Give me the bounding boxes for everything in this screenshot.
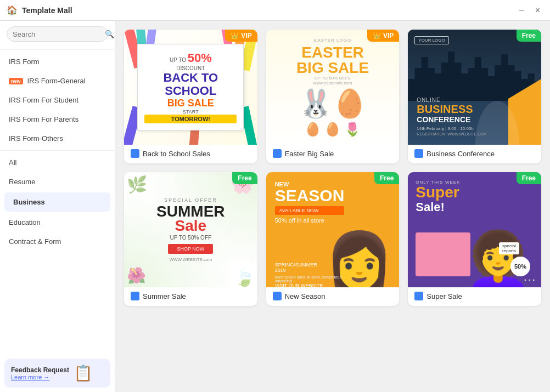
card-badge-summer: Free: [232, 172, 257, 184]
sidebar-label-irs-form-general: IRS Form-General: [27, 77, 86, 85]
doc-icon-super-sale: [414, 292, 423, 300]
feedback-icon: 📋: [74, 364, 93, 382]
ss-percent: 50%: [510, 257, 530, 276]
template-card-summer[interactable]: 🌿 🌸 🌺 🍃 SPECIAL OFFER SUMMER Sale UP TO …: [124, 172, 257, 306]
new-badge: new: [9, 78, 23, 84]
doc-icon-bts: [131, 149, 139, 158]
summer-sale-text: Sale: [175, 217, 207, 235]
sidebar-label-business: Business: [13, 198, 45, 206]
card-label-new-season: New Season: [266, 287, 400, 306]
bts-note: UP TO 50%DISCOUNT BACK TOSCHOOL BIG SALE…: [137, 44, 244, 130]
card-badge-bts: 👑 VIP: [225, 30, 257, 42]
card-label-summer: Summer Sale: [124, 287, 257, 306]
card-badge-new-season: Free: [374, 172, 399, 184]
sidebar-divider-2: [0, 150, 115, 151]
easter-title: EASTERBIG SALE: [296, 45, 369, 76]
sidebar-label-education: Education: [9, 218, 41, 226]
doc-icon-biz-conf: [414, 149, 423, 158]
sidebar-item-irs-form-general[interactable]: new IRS Form-General: [0, 71, 115, 90]
card-image-summer: 🌿 🌸 🌺 🍃 SPECIAL OFFER SUMMER Sale UP TO …: [124, 172, 257, 287]
title-bar: 🏠 Template Mall − ×: [0, 0, 550, 21]
card-image-easter: EASTER LOGO EASTERBIG SALE UP TO 50% OFF…: [266, 30, 400, 145]
app-title: Template Mall: [22, 6, 72, 15]
close-button[interactable]: ×: [532, 4, 543, 16]
feedback-text-area: Feedback Request Learn more →: [11, 366, 69, 380]
card-label-text-biz-conf: Business Conference: [426, 150, 495, 158]
summer-shop: SHOP NOW: [168, 244, 213, 254]
bts-tomorrow: TOMORROW!: [144, 115, 237, 123]
sidebar-item-irs-form[interactable]: IRS Form: [0, 52, 115, 71]
minimize-button[interactable]: −: [515, 4, 527, 16]
card-image-back-to-school: UP TO 50%DISCOUNT BACK TOSCHOOL BIG SALE…: [124, 30, 257, 145]
easter-off: UP TO 50% OFFS: [315, 76, 351, 81]
card-label-easter: Easter Big Sale: [266, 145, 400, 163]
ns-off: 50% off in all store: [275, 217, 345, 224]
card-label-text-bts: Back to School Sales: [143, 150, 210, 158]
sidebar-label-irs-form-student: IRS Form For Student: [9, 96, 78, 104]
sidebar-item-business[interactable]: Business: [4, 192, 110, 212]
feedback-link[interactable]: Learn more →: [11, 374, 69, 380]
easter-url: www.easterlink.com: [313, 81, 352, 86]
doc-icon-easter: [273, 149, 282, 158]
search-box[interactable]: 🔍: [7, 26, 108, 42]
crown-icon-easter: 👑: [373, 32, 381, 39]
biz-title: BUSINESS: [417, 103, 486, 115]
sidebar-item-contract-form[interactable]: Contract & Form: [0, 232, 115, 251]
ns-available: AVAILABLE NOW: [275, 206, 345, 215]
search-icon: 🔍: [105, 30, 114, 38]
search-input[interactable]: [13, 30, 105, 38]
ns-season: SEASON: [275, 188, 345, 204]
template-card-back-to-school[interactable]: UP TO 50%DISCOUNT BACK TOSCHOOL BIG SALE…: [124, 30, 257, 163]
biz-logo: YOUR LOGO: [414, 36, 448, 44]
bts-sale: BIG SALE: [144, 98, 237, 109]
biz-date: 14th February | 9.00 - 15.00h: [417, 126, 486, 131]
ns-visit: VISIT OUR WEBSITE: [275, 283, 345, 287]
template-card-biz-conf[interactable]: YOUR LOGO ONLINE BUSINESS CONFERENCE 14t…: [408, 30, 541, 163]
template-card-new-season[interactable]: 👩 NEW SEASON AVAILABLE NOW 50% off in al…: [266, 172, 400, 306]
card-image-biz-conf: YOUR LOGO ONLINE BUSINESS CONFERENCE 14t…: [408, 30, 541, 145]
window-controls: − ×: [515, 4, 543, 16]
sidebar-item-all[interactable]: All: [0, 153, 115, 172]
template-card-easter[interactable]: EASTER LOGO EASTERBIG SALE UP TO 50% OFF…: [266, 30, 400, 163]
feedback-title: Feedback Request: [11, 366, 69, 374]
sidebar-label-resume: Resume: [9, 178, 35, 186]
card-label-super-sale: Super Sale: [408, 287, 541, 306]
ss-special-tag: specialreports: [499, 242, 519, 254]
card-label-biz-conf: Business Conference: [408, 145, 541, 163]
card-badge-easter: 👑 VIP: [367, 30, 399, 42]
doc-icon-new-season: [273, 292, 282, 300]
ss-super: Super: [416, 185, 460, 200]
bts-discount: UP TO 50%DISCOUNT: [144, 51, 237, 71]
crown-icon: 👑: [231, 32, 239, 39]
sidebar-item-irs-form-others[interactable]: IRS Form-Others: [0, 129, 115, 148]
ns-spring: SPRING/SUMMER2019: [275, 262, 345, 273]
sidebar-label-irs-form-parents: IRS Form For Parents: [9, 115, 78, 123]
sidebar-item-education[interactable]: Education: [0, 213, 115, 232]
bts-start: START: [144, 109, 237, 115]
feedback-box[interactable]: Feedback Request Learn more → 📋: [4, 359, 110, 388]
sidebar-item-irs-form-parents[interactable]: IRS Form For Parents: [0, 110, 115, 129]
card-badge-biz-conf: Free: [517, 30, 541, 42]
sidebar-label-contract-form: Contract & Form: [9, 237, 61, 246]
biz-conference: CONFERENCE: [417, 115, 486, 124]
sidebar-label-irs-form-others: IRS Form-Others: [9, 134, 63, 143]
bts-main: BACK TOSCHOOL: [144, 71, 237, 98]
sidebar-item-resume[interactable]: Resume: [0, 172, 115, 191]
card-label-text-new-season: New Season: [285, 292, 325, 300]
sidebar-label-irs-form: IRS Form: [9, 58, 40, 66]
card-image-super-sale: ONLY THIS WEEK Super Sale! 👩‍🦱 specialre…: [408, 172, 541, 287]
card-label-bts: Back to School Sales: [124, 145, 257, 163]
biz-text: ONLINE BUSINESS CONFERENCE 14th February…: [417, 97, 486, 136]
biz-online: ONLINE: [417, 97, 486, 103]
sidebar-item-irs-form-student[interactable]: IRS Form For Student: [0, 90, 115, 110]
card-label-text-easter: Easter Big Sale: [285, 150, 334, 158]
summer-up: UP TO 50% OFF: [170, 235, 212, 241]
template-card-super-sale[interactable]: ONLY THIS WEEK Super Sale! 👩‍🦱 specialre…: [408, 172, 541, 306]
app-body: 🔍 IRS Form new IRS Form-General IRS Form…: [0, 21, 550, 392]
easter-logo: EASTER LOGO: [314, 38, 351, 43]
summer-www: WWW.WEBSITE.com: [169, 257, 212, 262]
card-image-new-season: 👩 NEW SEASON AVAILABLE NOW 50% off in al…: [266, 172, 400, 287]
card-label-text-summer: Summer Sale: [143, 292, 186, 300]
sidebar-divider-1: [0, 49, 115, 50]
app-icon: 🏠: [7, 5, 18, 15]
